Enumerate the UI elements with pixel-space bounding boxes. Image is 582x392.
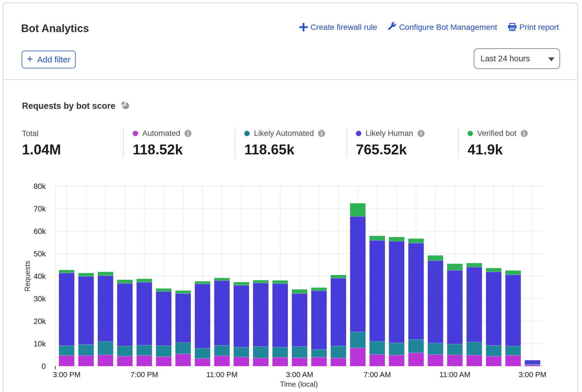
svg-text:3:00 PM: 3:00 PM [53, 370, 81, 379]
svg-text:30k: 30k [33, 295, 46, 303]
svg-text:11:00 PM: 11:00 PM [206, 370, 238, 379]
svg-text:40k: 40k [33, 272, 46, 281]
svg-text:11:00 AM: 11:00 AM [439, 370, 470, 379]
svg-text:0: 0 [42, 362, 46, 371]
svg-text:Requests: Requests [23, 261, 31, 292]
svg-text:50k: 50k [33, 250, 46, 258]
svg-text:7:00 PM: 7:00 PM [130, 370, 158, 379]
svg-text:20k: 20k [33, 317, 46, 326]
svg-text:60k: 60k [33, 227, 46, 236]
svg-text:7:00 AM: 7:00 AM [364, 370, 391, 379]
svg-text:70k: 70k [33, 205, 46, 213]
svg-text:80k: 80k [33, 182, 46, 191]
svg-text:3:00 AM: 3:00 AM [286, 370, 313, 379]
svg-text:10k: 10k [33, 340, 46, 348]
svg-text:3:00 PM: 3:00 PM [519, 370, 547, 379]
svg-text:Time (local): Time (local) [280, 380, 318, 388]
